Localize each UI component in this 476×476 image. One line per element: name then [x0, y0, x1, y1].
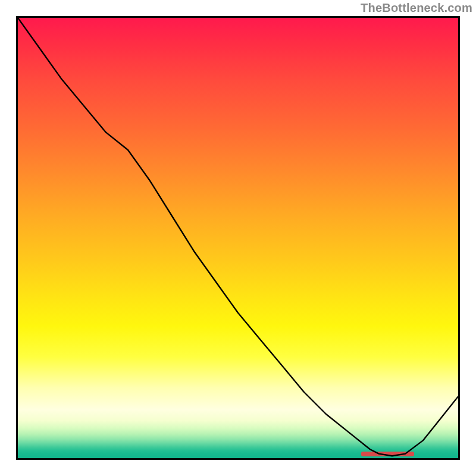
watermark-text: TheBottleneck.com	[361, 1, 472, 15]
chart-canvas: TheBottleneck.com	[0, 0, 476, 476]
plot-frame	[16, 16, 460, 460]
curve-path	[18, 18, 458, 456]
line-plot	[18, 18, 458, 458]
plot-area	[18, 18, 458, 458]
